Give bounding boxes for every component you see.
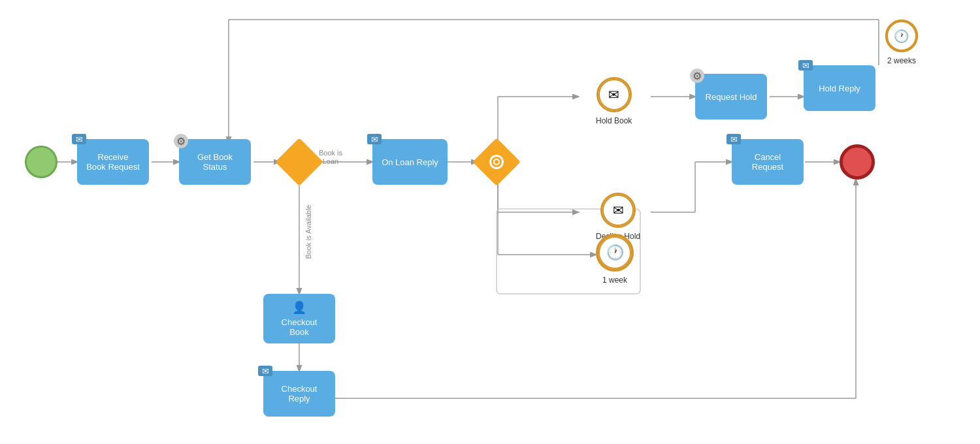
timer-2weeks-icon: 🕐: [894, 29, 909, 44]
hold-book-event-node: ✉ Hold Book: [596, 77, 632, 125]
gateway2-node: [477, 142, 516, 182]
request-hold-label: Request Hold: [706, 92, 757, 102]
bpmn-diagram: Book is Loan Book is Available ✉ Receive…: [0, 0, 980, 444]
gear-icon2: ⚙: [690, 69, 704, 83]
gateway1-diamond: [275, 138, 323, 186]
cancel-request-label: Cancel Request: [740, 152, 796, 172]
svg-text:Loan: Loan: [323, 157, 338, 165]
request-hold-node[interactable]: ⚙ Request Hold: [695, 74, 767, 119]
timer-1week-label: 1 week: [602, 276, 627, 285]
envelope-icon5: ✉: [727, 134, 741, 144]
envelope-icon4: ✉: [798, 60, 813, 71]
gateway1-node: [280, 142, 319, 182]
envelope-icon: ✉: [72, 134, 86, 144]
checkout-book-node[interactable]: 👤 Checkout Book: [263, 294, 335, 343]
person-icon: 👤: [292, 300, 306, 315]
envelope-icon3: ✉: [367, 134, 382, 144]
timer-2weeks-label: 2 weeks: [887, 56, 916, 65]
end-event: [840, 144, 875, 180]
timer-1week-icon: 🕐: [606, 244, 624, 261]
receive-book-request-label: Receive Book Request: [86, 152, 140, 172]
get-book-status-label: Get Book Status: [187, 152, 243, 172]
svg-text:Book is Available: Book is Available: [304, 205, 312, 259]
receive-book-request-node[interactable]: ✉ Receive Book Request: [77, 139, 149, 185]
start-event: [25, 146, 57, 178]
get-book-status-node[interactable]: ⚙ Get Book Status: [179, 139, 251, 185]
hold-book-envelope-icon: ✉: [608, 87, 619, 103]
timer-1week-node: 🕐 1 week: [596, 234, 634, 285]
checkout-reply-node[interactable]: ✉ Checkout Reply: [263, 371, 335, 417]
hold-reply-label: Hold Reply: [819, 84, 860, 93]
checkout-book-label: Checkout Book: [271, 317, 327, 337]
decline-hold-envelope-icon: ✉: [613, 202, 624, 218]
cancel-request-node[interactable]: ✉ Cancel Request: [732, 139, 804, 185]
envelope-icon2: ✉: [258, 366, 272, 376]
timer-2weeks-node: 🕐 2 weeks: [885, 20, 918, 65]
svg-text:Book is: Book is: [319, 149, 343, 157]
on-loan-reply-label: On Loan Reply: [382, 157, 438, 167]
hold-book-label: Hold Book: [596, 116, 632, 125]
gear-icon: ⚙: [174, 134, 188, 148]
hold-reply-node[interactable]: ✉ Hold Reply: [804, 65, 875, 111]
checkout-reply-label: Checkout Reply: [271, 384, 327, 404]
on-loan-reply-node[interactable]: ✉ On Loan Reply: [372, 139, 448, 185]
